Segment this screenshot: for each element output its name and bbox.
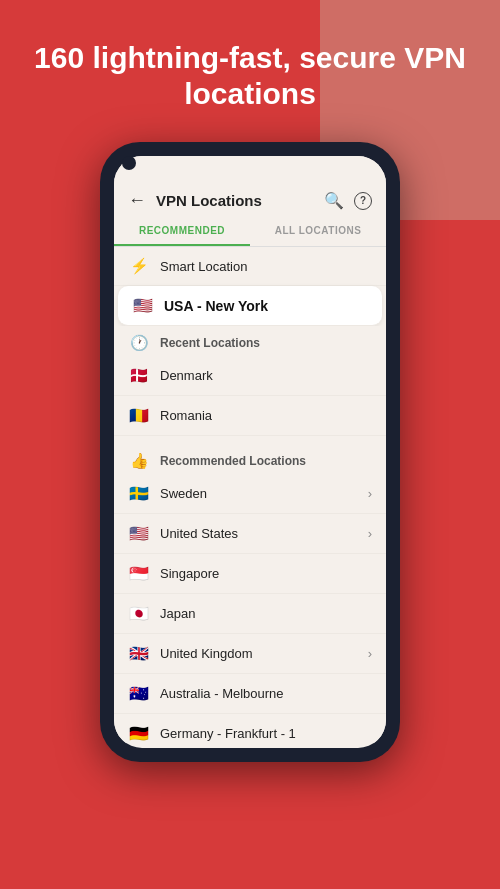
- back-button[interactable]: ←: [128, 190, 146, 211]
- usa-newyork-item[interactable]: 🇺🇸 USA - New York: [118, 286, 382, 326]
- smart-location-label: Smart Location: [160, 259, 372, 274]
- japan-label: Japan: [160, 606, 372, 621]
- thumbsup-icon: 👍: [128, 452, 150, 470]
- sweden-flag: 🇸🇪: [128, 484, 150, 503]
- singapore-label: Singapore: [160, 566, 372, 581]
- phone: ← VPN Locations 🔍 ? RECOMMENDED ALL LOCA…: [100, 142, 400, 762]
- denmark-label: Denmark: [160, 368, 372, 383]
- romania-label: Romania: [160, 408, 372, 423]
- united-states-item[interactable]: 🇺🇸 United States ›: [114, 514, 386, 554]
- usa-newyork-label: USA - New York: [164, 298, 368, 314]
- germany-flag: 🇩🇪: [128, 724, 150, 743]
- uk-label: United Kingdom: [160, 646, 358, 661]
- tab-recommended[interactable]: RECOMMENDED: [114, 217, 250, 246]
- romania-flag: 🇷🇴: [128, 406, 150, 425]
- app-header: ← VPN Locations 🔍 ?: [114, 184, 386, 217]
- us-chevron: ›: [368, 526, 372, 541]
- sweden-chevron: ›: [368, 486, 372, 501]
- australia-flag: 🇦🇺: [128, 684, 150, 703]
- singapore-flag: 🇸🇬: [128, 564, 150, 583]
- denmark-flag: 🇩🇰: [128, 366, 150, 385]
- germany-label: Germany - Frankfurt - 1: [160, 726, 372, 741]
- japan-item[interactable]: 🇯🇵 Japan: [114, 594, 386, 634]
- uk-flag: 🇬🇧: [128, 644, 150, 663]
- phone-wrap: ← VPN Locations 🔍 ? RECOMMENDED ALL LOCA…: [0, 142, 500, 762]
- header-icons: 🔍 ?: [324, 191, 372, 210]
- search-icon[interactable]: 🔍: [324, 191, 344, 210]
- lightning-icon: ⚡: [128, 257, 150, 275]
- gap: [114, 436, 386, 444]
- us-flag-icon: 🇺🇸: [132, 296, 154, 315]
- tab-all-locations[interactable]: ALL LOCATIONS: [250, 217, 386, 246]
- status-bar: [114, 156, 386, 184]
- hero-text: 160 lightning-fast, secure VPN locations: [0, 0, 500, 132]
- sweden-label: Sweden: [160, 486, 358, 501]
- uk-chevron: ›: [368, 646, 372, 661]
- recent-locations-header: 🕐 Recent Locations: [114, 326, 386, 356]
- us-flag-icon2: 🇺🇸: [128, 524, 150, 543]
- romania-item[interactable]: 🇷🇴 Romania: [114, 396, 386, 436]
- united-states-label: United States: [160, 526, 358, 541]
- australia-item[interactable]: 🇦🇺 Australia - Melbourne: [114, 674, 386, 714]
- tabs: RECOMMENDED ALL LOCATIONS: [114, 217, 386, 247]
- sweden-item[interactable]: 🇸🇪 Sweden ›: [114, 474, 386, 514]
- singapore-item[interactable]: 🇸🇬 Singapore: [114, 554, 386, 594]
- japan-flag: 🇯🇵: [128, 604, 150, 623]
- recent-locations-label: Recent Locations: [160, 336, 372, 350]
- help-icon[interactable]: ?: [354, 192, 372, 210]
- phone-notch: [122, 156, 136, 170]
- germany-item[interactable]: 🇩🇪 Germany - Frankfurt - 1: [114, 714, 386, 743]
- recommended-locations-header: 👍 Recommended Locations: [114, 444, 386, 474]
- recommended-locations-label: Recommended Locations: [160, 454, 372, 468]
- locations-list: ⚡ Smart Location 🇺🇸 USA - New York 🕐 Rec…: [114, 247, 386, 743]
- uk-item[interactable]: 🇬🇧 United Kingdom ›: [114, 634, 386, 674]
- phone-inner: ← VPN Locations 🔍 ? RECOMMENDED ALL LOCA…: [114, 156, 386, 748]
- clock-icon: 🕐: [128, 334, 150, 352]
- screen-title: VPN Locations: [156, 192, 324, 209]
- smart-location-item[interactable]: ⚡ Smart Location: [114, 247, 386, 286]
- australia-label: Australia - Melbourne: [160, 686, 372, 701]
- denmark-item[interactable]: 🇩🇰 Denmark: [114, 356, 386, 396]
